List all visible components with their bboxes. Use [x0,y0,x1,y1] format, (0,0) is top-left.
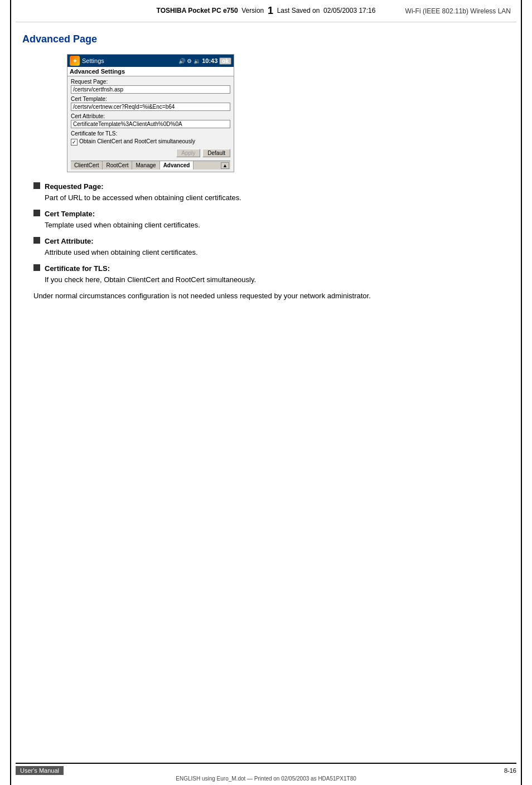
cert-template-input[interactable]: /certsrv/certnew.cer?ReqId=%i&Enc=b64 [71,103,230,111]
default-button[interactable]: Default [202,149,230,157]
app-name: Settings [82,57,104,64]
scroll-up-icon[interactable]: ▲ [221,162,229,169]
request-page-input[interactable]: /certsrv/certfnsh.asp [71,85,230,94]
desc-body-2: Template used when obtaining client cert… [45,221,200,229]
app-icon: ✦ [70,56,80,66]
footer-manual-label: User's Manual [16,766,64,775]
desc-title-1: Requested Page: [45,182,103,191]
note-text: Under normal circumstances configuration… [33,290,510,302]
titlebar-right: 🔊 ⚙ 🔉 10:43 ok [178,57,231,65]
titlebar-left: ✦ Settings [70,56,104,66]
checkbox-label: Obtain ClientCert and RootCert simultane… [79,138,195,144]
bullet-1 [33,182,40,189]
footer-page-number: 8-16 [504,767,516,774]
button-row: Apply Default [71,149,230,157]
desc-item-1: Requested Page: Part of URL to be access… [33,181,510,203]
connection-icon: ⚙ [187,58,192,64]
footer: User's Manual 8-16 [16,763,516,775]
battery-icon: 🔉 [194,58,200,64]
desc-title-3: Cert Attribute: [45,237,94,245]
desc-item-4: Certificate for TLS: If you check here, … [33,263,510,285]
tab-clientcert[interactable]: ClientCert [71,161,103,169]
desc-text-4: Certificate for TLS: If you check here, … [45,263,256,285]
desc-body-3: Attribute used when obtaining client cer… [45,248,198,256]
cert-template-label: Cert Template: [71,96,230,102]
cert-attribute-label: Cert Attribute: [71,113,230,119]
description-list: Requested Page: Part of URL to be access… [33,181,510,285]
cert-attribute-input[interactable]: CertificateTemplate%3AClientAuth%0D%0A [71,120,230,128]
advanced-settings-title: Advanced Settings [67,67,234,76]
page-title: Advanced Page [22,33,510,45]
desc-text-1: Requested Page: Part of URL to be access… [45,181,241,203]
volume-icon: 🔊 [178,58,185,64]
clock: 10:43 [202,57,217,64]
desc-body-1: Part of URL to be accessed when obtainin… [45,193,241,202]
cert-tls-row: ✓ Obtain ClientCert and RootCert simulta… [71,138,230,146]
device-titlebar: ✦ Settings 🔊 ⚙ 🔉 10:43 ok [67,55,234,67]
desc-item-2: Cert Template: Template used when obtain… [33,209,510,230]
subtitle: Wi-Fi (IEEE 802.11b) Wireless LAN [405,7,511,15]
cert-tls-label: Certificate for TLS: [71,130,230,137]
device-body: Advanced Settings Request Page: /certsrv… [67,67,234,172]
bullet-4 [33,264,40,271]
ok-button[interactable]: ok [219,57,231,65]
cert-tls-checkbox[interactable]: ✓ [71,139,78,146]
bullet-3 [33,237,40,244]
header-bar: TOSHIBA Pocket PC e750 Version 1 Last Sa… [16,0,516,22]
saved-label: Last Saved on [277,7,320,14]
tab-scroll: ▲ [194,161,230,169]
header-title: TOSHIBA Pocket PC e750 Version 1 Last Sa… [157,5,376,17]
version-number: 1 [268,5,273,16]
bullet-2 [33,210,40,216]
checkbox-check: ✓ [72,139,76,145]
product-name: TOSHIBA Pocket PC e750 [157,7,238,14]
desc-text-2: Cert Template: Template used when obtain… [45,209,200,230]
desc-body-4: If you check here, Obtain ClientCert and… [45,275,256,284]
desc-title-4: Certificate for TLS: [45,264,110,273]
version-label: Version [241,7,264,14]
tab-manage[interactable]: Manage [132,161,159,169]
tab-rootcert[interactable]: RootCert [103,161,132,169]
desc-item-3: Cert Attribute: Attribute used when obta… [33,236,510,258]
sub-footer: ENGLISH using Euro_M.dot — Printed on 02… [0,776,532,782]
desc-title-2: Cert Template: [45,210,95,218]
desc-text-3: Cert Attribute: Attribute used when obta… [45,236,198,258]
device-screenshot: ✦ Settings 🔊 ⚙ 🔉 10:43 ok Advanced Setti… [67,54,234,172]
saved-date: 02/05/2003 17:16 [323,7,375,14]
request-page-label: Request Page: [71,79,230,85]
tab-advanced[interactable]: Advanced [160,161,194,169]
apply-button[interactable]: Apply [176,149,200,157]
device-tabs: ClientCert RootCert Manage Advanced ▲ [71,161,230,169]
